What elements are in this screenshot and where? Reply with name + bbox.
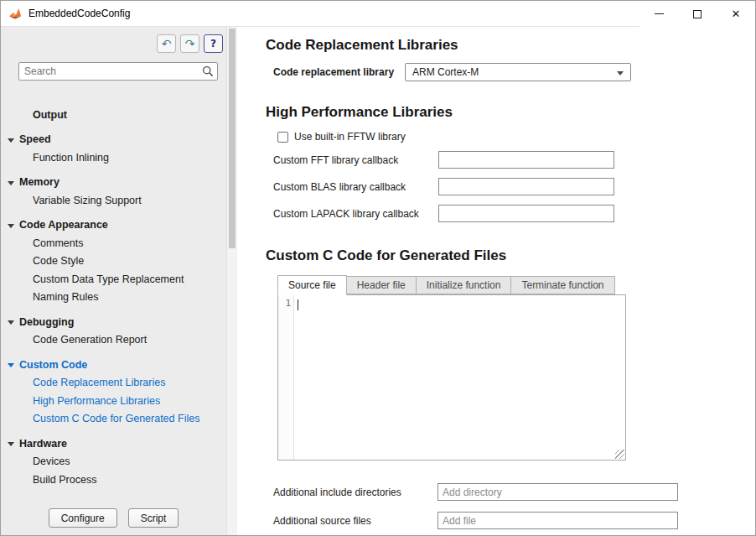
additional-include-directories-row: Additional include directories xyxy=(273,483,755,501)
nav-item-custom-data-type-replacement[interactable]: Custom Data Type Replacement xyxy=(1,270,226,289)
tab-source-file[interactable]: Source file xyxy=(277,275,347,295)
nav-item-code-replacement-libraries[interactable]: Code Replacement Libraries xyxy=(1,374,226,393)
fftw-checkbox-row: Use built-in FFTW library xyxy=(277,131,755,143)
nav-item-code-style[interactable]: Code Style xyxy=(1,252,226,271)
app-icon xyxy=(8,7,22,20)
nav-item-output[interactable]: Output xyxy=(1,106,226,124)
close-icon: ✕ xyxy=(732,8,741,19)
window-controls: ✕ xyxy=(639,1,755,27)
source-file-code-editor[interactable]: 1 xyxy=(277,294,626,461)
nav-item-custom-c-code-for-generated-files[interactable]: Custom C Code for Generated Files xyxy=(1,410,226,429)
use-builtin-fftw-checkbox[interactable] xyxy=(277,132,288,143)
collapse-triangle-icon xyxy=(8,442,14,446)
tab-header-file[interactable]: Header file xyxy=(346,276,417,294)
additional-source-files-input[interactable] xyxy=(438,512,678,529)
line-number: 1 xyxy=(285,298,291,309)
code-edit-area[interactable] xyxy=(294,295,625,460)
sidebar-toolbar: ↶ ↷ ? xyxy=(157,34,223,53)
code-replacement-library-dropdown[interactable]: ARM Cortex-M xyxy=(405,63,631,81)
nav-group-code-appearance[interactable]: Code Appearance xyxy=(1,216,226,235)
collapse-triangle-icon xyxy=(8,320,14,325)
chevron-down-icon xyxy=(617,71,624,75)
text-caret xyxy=(298,299,298,310)
settings-nav: Output Speed Function Inlining Memory Va… xyxy=(1,106,226,513)
additional-include-directories-label: Additional include directories xyxy=(273,487,438,498)
code-replacement-library-row: Code replacement library ARM Cortex-M xyxy=(273,63,755,81)
custom-fft-callback-input[interactable] xyxy=(438,151,614,169)
additional-include-directories-input[interactable] xyxy=(438,483,678,501)
collapse-triangle-icon xyxy=(8,363,14,367)
help-icon: ? xyxy=(210,38,216,49)
help-button[interactable]: ? xyxy=(204,34,223,53)
nav-item-devices[interactable]: Devices xyxy=(1,453,226,471)
minimize-button[interactable] xyxy=(639,1,678,27)
collapse-triangle-icon xyxy=(8,181,14,185)
search-box xyxy=(18,62,218,81)
configure-button[interactable]: Configure xyxy=(49,508,117,528)
nav-item-high-performance-libraries[interactable]: High Performance Libraries xyxy=(1,392,226,410)
minimize-icon xyxy=(655,13,664,14)
custom-blas-callback-row: Custom BLAS library callback xyxy=(273,178,755,195)
custom-blas-callback-label: Custom BLAS library callback xyxy=(273,181,438,193)
undo-button[interactable]: ↶ xyxy=(157,34,176,53)
nav-group-custom-code[interactable]: Custom Code xyxy=(1,356,226,374)
collapse-triangle-icon xyxy=(8,138,14,143)
nav-group-memory[interactable]: Memory xyxy=(1,174,226,192)
tab-terminate-function[interactable]: Terminate function xyxy=(510,276,614,294)
nav-item-naming-rules[interactable]: Naming Rules xyxy=(1,289,226,307)
scrollbar-thumb[interactable] xyxy=(229,29,236,248)
code-file-tabs: Source file Header file Initialize funct… xyxy=(277,274,755,294)
tab-initialize-function[interactable]: Initialize function xyxy=(416,276,512,294)
undo-icon: ↶ xyxy=(162,38,172,49)
nav-item-variable-sizing-support[interactable]: Variable Sizing Support xyxy=(1,191,226,210)
maximize-icon xyxy=(693,10,702,18)
close-button[interactable]: ✕ xyxy=(717,1,755,27)
custom-blas-callback-input[interactable] xyxy=(438,178,614,195)
embedded-code-config-window: EmbeddedCodeConfig ✕ ↶ ↷ ? Output xyxy=(0,0,756,536)
search-input[interactable] xyxy=(18,62,218,81)
custom-lapack-callback-row: Custom LAPACK library callback xyxy=(273,205,755,222)
nav-group-debugging[interactable]: Debugging xyxy=(1,313,226,331)
custom-fft-callback-label: Custom FFT library callback xyxy=(273,154,438,166)
nav-item-code-generation-report[interactable]: Code Generation Report xyxy=(1,331,226,350)
sidebar: ↶ ↷ ? Output Speed Function Inlining Mem… xyxy=(1,27,237,536)
redo-button[interactable]: ↷ xyxy=(180,34,199,53)
custom-lapack-callback-label: Custom LAPACK library callback xyxy=(273,208,438,220)
script-button[interactable]: Script xyxy=(128,508,179,528)
additional-source-files-label: Additional source files xyxy=(273,515,438,527)
custom-lapack-callback-input[interactable] xyxy=(438,205,614,222)
additional-source-files-row: Additional source files xyxy=(273,512,755,529)
nav-group-hardware[interactable]: Hardware xyxy=(1,435,226,453)
dropdown-selected-value: ARM Cortex-M xyxy=(412,66,479,78)
line-number-gutter: 1 xyxy=(278,295,294,460)
code-replacement-library-label: Code replacement library xyxy=(273,66,405,78)
collapse-triangle-icon xyxy=(8,224,14,228)
titlebar: EmbeddedCodeConfig ✕ xyxy=(1,1,755,27)
search-icon xyxy=(202,65,214,77)
fftw-checkbox-label: Use built-in FFTW library xyxy=(294,131,406,143)
sidebar-scrollbar[interactable] xyxy=(226,27,237,536)
redo-icon: ↷ xyxy=(185,38,195,49)
resize-grip-icon[interactable] xyxy=(615,450,624,459)
nav-group-speed[interactable]: Speed xyxy=(1,131,226,149)
custom-fft-callback-row: Custom FFT library callback xyxy=(273,151,755,169)
window-title: EmbeddedCodeConfig xyxy=(28,8,130,19)
maximize-button[interactable] xyxy=(678,1,717,27)
section-title-custom-c-code: Custom C Code for Generated Files xyxy=(266,247,755,264)
nav-item-build-process[interactable]: Build Process xyxy=(1,471,226,489)
section-title-code-replacement-libraries: Code Replacement Libraries xyxy=(266,37,755,54)
window-body: ↶ ↷ ? Output Speed Function Inlining Mem… xyxy=(1,27,755,536)
content-panel: Code Replacement Libraries Code replacem… xyxy=(237,27,755,536)
nav-item-comments[interactable]: Comments xyxy=(1,234,226,252)
section-title-high-performance-libraries: High Performance Libraries xyxy=(266,104,755,121)
sidebar-action-bar: Configure Script xyxy=(1,500,226,536)
nav-item-function-inlining[interactable]: Function Inlining xyxy=(1,148,226,167)
